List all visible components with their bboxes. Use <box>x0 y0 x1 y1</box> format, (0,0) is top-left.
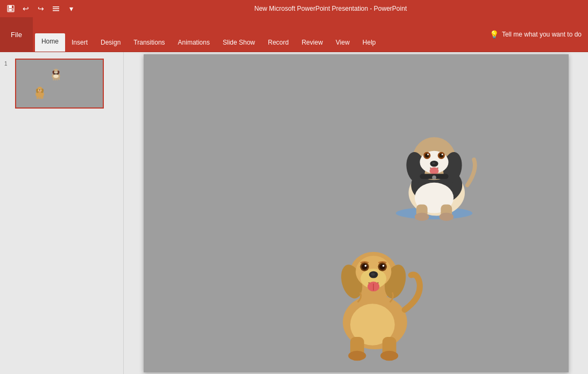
slide-canvas[interactable] <box>144 54 569 372</box>
svg-point-46 <box>432 162 435 164</box>
ribbon: File Home Insert Design Transitions Anim… <box>0 17 588 52</box>
svg-point-52 <box>414 212 429 220</box>
svg-rect-29 <box>40 97 41 99</box>
tab-animations[interactable]: Animations <box>172 34 216 52</box>
tell-me-area: 💡 Tell me what you want to do <box>483 17 588 52</box>
svg-point-74 <box>380 350 398 360</box>
golden-retriever-image[interactable] <box>321 238 429 362</box>
svg-point-14 <box>53 74 59 78</box>
undo-button[interactable]: ↩ <box>19 2 32 15</box>
tab-insert[interactable]: Insert <box>65 34 94 52</box>
slide-panel[interactable]: 1 <box>0 52 124 374</box>
svg-point-66 <box>362 263 367 269</box>
svg-point-44 <box>441 154 443 155</box>
svg-point-63 <box>371 272 374 276</box>
tab-slide-show[interactable]: Slide Show <box>216 34 261 52</box>
svg-point-67 <box>379 263 385 269</box>
svg-rect-30 <box>42 96 43 99</box>
tab-help[interactable]: Help <box>356 34 382 52</box>
customize-button[interactable] <box>49 2 62 15</box>
svg-rect-28 <box>39 97 40 99</box>
file-tab[interactable]: File <box>0 17 33 52</box>
svg-point-73 <box>348 350 366 360</box>
save-button[interactable] <box>4 2 17 15</box>
slide-item-1[interactable]: 1 <box>2 56 121 111</box>
svg-point-25 <box>39 90 40 91</box>
tab-home[interactable]: Home <box>35 33 65 52</box>
svg-point-53 <box>439 212 454 220</box>
svg-point-13 <box>55 71 56 72</box>
svg-rect-6 <box>53 10 59 11</box>
svg-rect-4 <box>53 6 59 8</box>
svg-point-49 <box>432 175 436 179</box>
svg-rect-17 <box>56 78 58 81</box>
ribbon-tabs: Home Insert Design Transitions Animation… <box>33 17 483 52</box>
svg-rect-16 <box>55 78 56 81</box>
tab-record[interactable]: Record <box>261 34 295 52</box>
tab-transitions[interactable]: Transitions <box>127 34 171 52</box>
quick-access-dropdown[interactable]: ▾ <box>65 2 77 15</box>
redo-button[interactable]: ↪ <box>34 2 47 15</box>
tab-view[interactable]: View <box>329 34 356 52</box>
title-bar: ↩ ↪ ▾ New Microsoft PowerPoint Presentat… <box>0 0 588 17</box>
slide-number-1: 1 <box>4 59 12 67</box>
main-area: 1 <box>0 52 588 374</box>
canvas-area[interactable] <box>124 52 588 374</box>
quick-access-toolbar: ↩ ↪ ▾ <box>4 2 77 15</box>
svg-rect-1 <box>9 5 12 8</box>
beagle-image[interactable] <box>386 119 483 221</box>
tell-me-text[interactable]: Tell me what you want to do <box>502 31 582 38</box>
lightbulb-icon: 💡 <box>490 30 499 39</box>
svg-rect-18 <box>59 78 60 80</box>
window-title: New Microsoft PowerPoint Presentation - … <box>77 5 584 12</box>
svg-rect-7 <box>16 60 104 109</box>
tab-review[interactable]: Review <box>295 34 329 52</box>
tab-design[interactable]: Design <box>94 34 127 52</box>
slide-thumbnail-1[interactable] <box>15 59 104 109</box>
svg-point-68 <box>364 264 366 267</box>
svg-point-43 <box>427 154 429 155</box>
svg-rect-5 <box>53 9 59 10</box>
svg-rect-19 <box>54 74 58 74</box>
svg-rect-3 <box>9 9 12 11</box>
svg-point-26 <box>39 91 41 92</box>
svg-point-47 <box>429 167 438 174</box>
svg-rect-15 <box>53 78 54 81</box>
svg-point-69 <box>382 264 384 267</box>
svg-rect-27 <box>37 97 38 99</box>
